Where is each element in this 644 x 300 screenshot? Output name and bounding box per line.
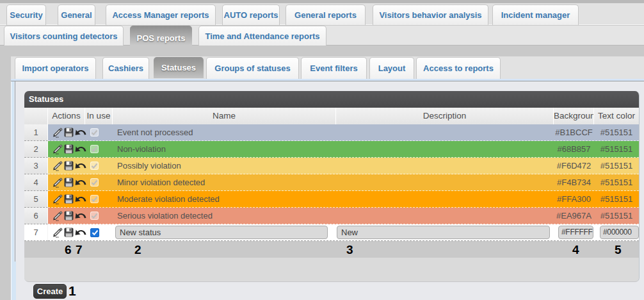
row-number: 6	[24, 208, 48, 224]
row-actions	[48, 210, 85, 221]
status-name: Moderate violation detected	[113, 194, 336, 204]
status-background-hex: #F4B734	[554, 178, 594, 187]
status-text-color-hex: #515151	[594, 144, 639, 154]
tab-visitors-counting-detectors[interactable]: Visitors counting detectors	[4, 26, 124, 46]
in-use-checkbox-disabled	[90, 212, 99, 220]
edit-icon[interactable]	[52, 160, 63, 171]
status-row-6: 6Serious violation detected#EA967A#51515…	[24, 208, 639, 224]
tab-general[interactable]: General	[58, 4, 95, 25]
in-use-checkbox-disabled	[90, 145, 99, 153]
annotation-5: 5	[615, 242, 622, 258]
status-background-hex: #FFA300	[554, 194, 594, 204]
in-use-checkbox-disabled	[90, 195, 99, 203]
tab-security[interactable]: Security	[6, 4, 46, 25]
status-row-3: 3Possibly violation#F6D472#515151	[24, 158, 639, 174]
row-actions	[48, 194, 85, 204]
edit-icon[interactable]	[52, 127, 63, 138]
status-text-color-hex: #515151	[594, 178, 639, 187]
status-text-color-hex: #515151	[594, 161, 639, 171]
tab-access-to-reports[interactable]: Access to reports	[416, 57, 501, 79]
row-number: 3	[24, 158, 48, 174]
annotation-strip	[24, 241, 639, 258]
row-actions	[48, 127, 85, 138]
status-row-5: 5Moderate violation detected#FFA300#5151…	[24, 191, 639, 208]
edit-icon[interactable]	[52, 144, 63, 154]
in-use-checkbox[interactable]	[90, 228, 99, 237]
save-icon[interactable]	[63, 227, 74, 238]
row-actions	[48, 144, 85, 154]
status-text-color-hex: #515151	[594, 128, 639, 137]
annotation-1: 1	[68, 283, 76, 298]
status-background-hex: #68B857	[554, 144, 594, 154]
column-header-num	[24, 108, 48, 124]
panel-left-border-blue-lower	[14, 262, 16, 300]
status-name: Minor violation detected	[113, 178, 336, 187]
column-header-name: Name	[113, 108, 336, 124]
row-number: 1	[24, 124, 48, 141]
annotation-4: 4	[572, 242, 579, 258]
table-footer-space	[24, 258, 639, 281]
tab-statuses[interactable]: Statuses	[154, 57, 204, 78]
annotation-6: 6	[65, 242, 72, 258]
statuses-table-container: Statuses ActionsIn useNameDescriptionBac…	[24, 91, 640, 282]
status-name: Non-violation	[113, 144, 336, 154]
column-header-background: Background	[554, 108, 594, 124]
new-status-text-color-input[interactable]: #000000	[600, 226, 639, 239]
row-actions	[48, 160, 85, 171]
edit-icon[interactable]	[52, 227, 63, 238]
tab-pos-reports[interactable]: POS reports	[130, 26, 192, 50]
tab-cashiers[interactable]: Cashiers	[102, 57, 149, 79]
tab-access-manager-reports[interactable]: Access Manager reports	[106, 4, 216, 25]
tab-event-filters[interactable]: Event filters	[301, 57, 367, 79]
status-background-hex: #EA967A	[554, 211, 594, 221]
save-icon[interactable]	[63, 194, 74, 204]
row-number: 5	[24, 191, 48, 208]
tab-groups-of-statuses[interactable]: Groups of statuses	[206, 57, 299, 79]
column-header-in-use: In use	[85, 108, 113, 124]
status-row-new: 7New statusNew#FFFFFF#000000	[24, 224, 639, 241]
in-use-checkbox-disabled	[90, 178, 99, 187]
new-status-background-input[interactable]: #FFFFFF	[558, 226, 593, 239]
column-header-description: Description	[336, 108, 554, 124]
tab-general-reports[interactable]: General reports	[286, 4, 366, 25]
tab-auto-reports[interactable]: AUTO reports	[222, 4, 280, 25]
status-name: Possibly violation	[113, 161, 336, 171]
edit-icon[interactable]	[52, 177, 63, 188]
in-use-checkbox-disabled	[90, 162, 99, 170]
status-row-1: 1Event not processed#B1BCCF#515151	[24, 124, 639, 141]
in-use-checkbox-disabled	[90, 128, 99, 137]
edit-icon[interactable]	[52, 210, 63, 221]
row-number: 4	[24, 174, 48, 191]
tab-layout[interactable]: Layout	[369, 57, 414, 79]
row-number: 2	[24, 141, 48, 158]
save-icon[interactable]	[63, 177, 74, 188]
status-name: Event not processed	[113, 128, 336, 137]
create-button[interactable]: Create	[33, 284, 67, 299]
new-status-description-input[interactable]: New	[337, 226, 550, 239]
row-number: 7	[24, 224, 48, 241]
save-icon[interactable]	[63, 144, 74, 154]
status-row-2: 2Non-violation#68B857#515151	[24, 141, 639, 158]
tab-visitors-behavior-analysis[interactable]: Visitors behavior analysis	[373, 4, 488, 25]
status-text-color-hex: #515151	[594, 194, 639, 204]
edit-icon[interactable]	[52, 194, 63, 204]
status-background-hex: #B1BCCF	[554, 128, 594, 137]
annotation-2: 2	[134, 242, 141, 258]
row-actions	[48, 177, 85, 188]
save-icon[interactable]	[63, 127, 74, 138]
save-icon[interactable]	[63, 160, 74, 171]
table-header-row: ActionsIn useNameDescriptionBackgroundTe…	[24, 108, 639, 124]
status-row-4: 4Minor violation detected#F4B734#515151	[24, 174, 639, 191]
row-actions	[48, 227, 85, 238]
tab-time-and-attendance-reports[interactable]: Time and Attendance reports	[198, 26, 326, 46]
status-text-color-hex: #515151	[594, 211, 639, 221]
save-icon[interactable]	[63, 210, 74, 221]
tab-import-operators[interactable]: Import operators	[15, 57, 96, 79]
statuses-panel-title: Statuses	[24, 91, 639, 108]
column-header-text-color: Text color	[594, 108, 639, 124]
tab-incident-manager[interactable]: Incident manager	[492, 4, 579, 25]
annotation-3: 3	[346, 242, 353, 258]
panel-left-border-dark	[15, 81, 15, 262]
new-status-name-input[interactable]: New status	[115, 226, 328, 239]
status-name: Serious violation detected	[113, 211, 336, 221]
